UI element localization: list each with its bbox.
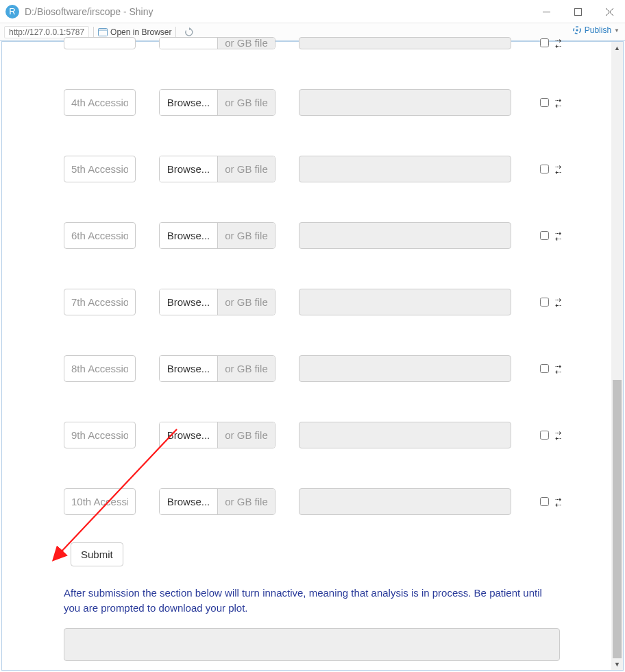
submit-button[interactable]: Submit bbox=[71, 542, 123, 566]
row-checkbox[interactable] bbox=[540, 165, 549, 173]
or-gb-label: or GB file bbox=[218, 156, 275, 182]
browse-button[interactable]: Browse... bbox=[160, 422, 218, 448]
maximize-button[interactable] bbox=[562, 0, 593, 23]
file-input-group: Browse...or GB file bbox=[159, 488, 275, 515]
vertical-scrollbar[interactable]: ▲ ▼ bbox=[611, 42, 623, 670]
browse-button[interactable]: Browse... bbox=[160, 489, 218, 514]
row-checkbox[interactable] bbox=[540, 298, 549, 307]
name-output bbox=[299, 89, 511, 116]
browse-button[interactable]: Browse... bbox=[160, 156, 218, 182]
output-placeholder bbox=[64, 628, 560, 661]
accession-input[interactable] bbox=[64, 422, 136, 448]
publish-label: Publish bbox=[585, 25, 611, 35]
chevron-down-icon: ▼ bbox=[614, 27, 620, 34]
swap-icon[interactable]: ⇢⇠ bbox=[555, 164, 561, 175]
row-right-controls: ⇢⇠ bbox=[537, 296, 561, 309]
accession-row: Browse...or GB file⇢⇠ bbox=[64, 289, 598, 315]
scroll-up-arrow[interactable]: ▲ bbox=[611, 42, 623, 53]
app-icon: R bbox=[5, 5, 19, 19]
publish-button[interactable]: Publish ▼ bbox=[572, 25, 620, 35]
scroll-down-arrow[interactable]: ▼ bbox=[611, 658, 623, 670]
minimize-button[interactable] bbox=[530, 0, 562, 23]
window-controls bbox=[530, 0, 625, 23]
swap-icon[interactable]: ⇢⇠ bbox=[555, 38, 561, 49]
close-button[interactable] bbox=[593, 0, 625, 23]
accession-input[interactable] bbox=[64, 488, 136, 515]
svg-rect-1 bbox=[574, 8, 581, 15]
publish-icon bbox=[572, 25, 582, 35]
accession-row: Browse...or GB file⇢⇠ bbox=[64, 488, 598, 515]
browser-icon bbox=[98, 28, 108, 36]
swap-icon[interactable]: ⇢⇠ bbox=[555, 496, 561, 507]
row-checkbox[interactable] bbox=[540, 364, 549, 373]
file-input-group: Browse...or GB file bbox=[159, 89, 275, 116]
or-gb-label: or GB file bbox=[218, 356, 275, 381]
svg-rect-4 bbox=[99, 28, 108, 36]
row-checkbox[interactable] bbox=[540, 98, 549, 107]
swap-icon[interactable]: ⇢⇠ bbox=[555, 430, 561, 441]
row-checkbox[interactable] bbox=[540, 431, 549, 440]
swap-icon[interactable]: ⇢⇠ bbox=[555, 297, 561, 308]
row-right-controls: ⇢⇠ bbox=[537, 429, 561, 442]
submission-info-text: After submission the section below will … bbox=[64, 586, 557, 616]
open-in-browser-button[interactable]: Open in Browser bbox=[98, 27, 171, 37]
row-right-controls: ⇢⇠ bbox=[537, 36, 561, 49]
file-input-group: Browse...or GB file bbox=[159, 355, 275, 382]
or-gb-label: or GB file bbox=[218, 489, 275, 514]
accession-row: Browse...or GB file⇢⇠ bbox=[64, 422, 598, 448]
swap-icon[interactable]: ⇢⇠ bbox=[555, 230, 561, 241]
accession-row: Browse...or GB file⇢⇠ bbox=[64, 222, 598, 249]
or-gb-label: or GB file bbox=[218, 38, 275, 49]
row-right-controls: ⇢⇠ bbox=[537, 362, 561, 375]
or-gb-label: or GB file bbox=[218, 289, 275, 315]
file-input-group: Browse...or GB file bbox=[159, 289, 275, 315]
or-gb-label: or GB file bbox=[218, 90, 275, 115]
swap-icon[interactable]: ⇢⇠ bbox=[555, 97, 561, 108]
browse-button[interactable]: Browse... bbox=[160, 90, 218, 115]
scroll-thumb[interactable] bbox=[613, 380, 622, 658]
scroll-track[interactable] bbox=[611, 53, 623, 658]
accession-row: Browse...or GB file⇢⇠ bbox=[64, 36, 598, 49]
accession-row: Browse...or GB file⇢⇠ bbox=[64, 355, 598, 382]
file-input-group: Browse...or GB file bbox=[159, 422, 275, 448]
form-content: Browse...or GB file⇢⇠Browse...or GB file… bbox=[2, 42, 611, 670]
file-input-group: Browse...or GB file bbox=[159, 222, 275, 249]
row-right-controls: ⇢⇠ bbox=[537, 229, 561, 242]
accession-input[interactable] bbox=[64, 156, 136, 182]
row-checkbox[interactable] bbox=[540, 497, 549, 506]
row-checkbox[interactable] bbox=[540, 38, 549, 47]
name-output bbox=[299, 488, 511, 515]
row-right-controls: ⇢⇠ bbox=[537, 96, 561, 109]
accession-row: Browse...or GB file⇢⇠ bbox=[64, 156, 598, 182]
browse-button[interactable]: Browse... bbox=[160, 38, 218, 49]
swap-icon[interactable]: ⇢⇠ bbox=[555, 363, 561, 374]
open-in-browser-label: Open in Browser bbox=[110, 27, 171, 37]
accession-input[interactable] bbox=[64, 89, 136, 116]
row-right-controls: ⇢⇠ bbox=[537, 163, 561, 176]
row-right-controls: ⇢⇠ bbox=[537, 495, 561, 508]
accession-input[interactable] bbox=[64, 289, 136, 315]
accession-input[interactable] bbox=[64, 222, 136, 249]
accession-row: Browse...or GB file⇢⇠ bbox=[64, 89, 598, 116]
accession-input[interactable] bbox=[64, 37, 136, 49]
or-gb-label: or GB file bbox=[218, 422, 275, 448]
content-viewport: Browse...or GB file⇢⇠Browse...or GB file… bbox=[1, 41, 624, 671]
row-checkbox[interactable] bbox=[540, 231, 549, 240]
browse-button[interactable]: Browse... bbox=[160, 356, 218, 381]
name-output bbox=[299, 37, 511, 49]
refresh-icon[interactable] bbox=[184, 27, 194, 37]
name-output bbox=[299, 222, 511, 249]
browse-button[interactable]: Browse... bbox=[160, 223, 218, 248]
accession-input[interactable] bbox=[64, 355, 136, 382]
name-output bbox=[299, 289, 511, 315]
file-input-group: Browse...or GB file bbox=[159, 37, 275, 49]
name-output bbox=[299, 422, 511, 448]
browse-button[interactable]: Browse... bbox=[160, 289, 218, 315]
window-titlebar: R D:/Biosoftware/irscope - Shiny bbox=[0, 0, 625, 23]
file-input-group: Browse...or GB file bbox=[159, 156, 275, 182]
svg-point-7 bbox=[576, 29, 578, 31]
name-output bbox=[299, 355, 511, 382]
name-output bbox=[299, 156, 511, 182]
or-gb-label: or GB file bbox=[218, 223, 275, 248]
window-title: D:/Biosoftware/irscope - Shiny bbox=[25, 6, 154, 17]
